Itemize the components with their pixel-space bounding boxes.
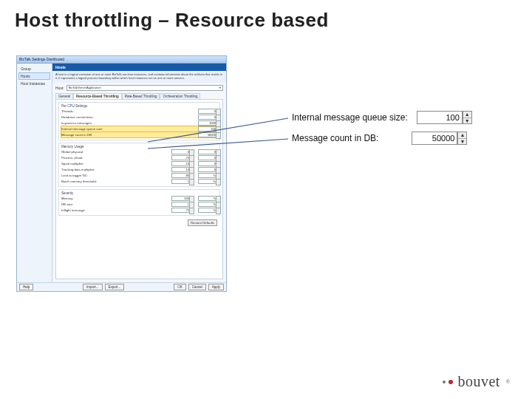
callout-imq-label: Internal message queue size: xyxy=(292,112,408,123)
import-button[interactable]: Import... xyxy=(83,284,103,290)
sev-mem-label: Memory: xyxy=(61,197,171,200)
mem-process-field[interactable]: 25 xyxy=(171,155,191,160)
callout-imq: Internal message queue size: 100 ▲▼ xyxy=(292,111,463,124)
help-button[interactable]: Help xyxy=(19,284,33,290)
throttling-panel: Per CPU Settings Threads:0 Database conn… xyxy=(55,99,223,279)
mem-process-pct[interactable]: 0 xyxy=(198,155,217,160)
sev-mem-field[interactable]: 500 xyxy=(171,196,191,201)
dialog-titlebar: BizTalk Settings Dashboard xyxy=(17,56,226,64)
dbconn-label: Database connections: xyxy=(61,115,198,119)
tab-resource-based[interactable]: Resource-Based Throttling xyxy=(73,93,122,99)
mem-track-pct[interactable]: 0 xyxy=(198,167,217,172)
dbconn-field[interactable]: 0 xyxy=(198,115,217,120)
inproc-label: In-process messages: xyxy=(61,121,198,125)
dialog-nav: Group Hosts Host Instances xyxy=(17,64,52,282)
tab-rate-based[interactable]: Rate-Based Throttling xyxy=(122,93,160,99)
group-severity-title: Severity xyxy=(61,191,217,195)
callout-imq-field[interactable]: 100 ▲▼ xyxy=(417,111,463,124)
group-per-cpu: Per CPU Settings Threads:0 Database conn… xyxy=(58,102,220,140)
restore-defaults-button[interactable]: Restore Defaults xyxy=(188,219,217,226)
sev-db-pct: % xyxy=(198,202,217,207)
mem-gc-field[interactable]: 80 xyxy=(171,173,191,178)
threads-label: Threads: xyxy=(61,109,198,113)
group-memory-title: Memory Usage xyxy=(61,145,217,149)
mem-track-field[interactable]: 10 xyxy=(171,167,191,172)
mem-spool-label: Spool multiplier: xyxy=(61,162,171,166)
section-description: A host is a logical container of one or … xyxy=(52,71,226,83)
mcdb-label: Message count in DB: xyxy=(61,133,198,137)
host-label: Host: xyxy=(55,86,64,90)
mem-spool-pct[interactable]: 0 xyxy=(198,161,217,166)
sev-mem-pct: % xyxy=(198,196,217,201)
sev-inflight-label: Inflight message: xyxy=(61,208,171,212)
group-per-cpu-title: Per CPU Settings xyxy=(61,104,217,108)
mem-gc-label: Limit to trigger GC: xyxy=(61,174,171,177)
nav-group[interactable]: Group xyxy=(18,65,50,72)
tab-general[interactable]: General xyxy=(55,93,73,99)
bouvet-logo: bouvet ® xyxy=(449,373,510,390)
logo-text: bouvet xyxy=(457,373,499,390)
tab-orchestration[interactable]: Orchestration Throttling xyxy=(160,93,200,99)
sev-db-field[interactable]: 1 xyxy=(171,202,191,207)
spinner-arrows-icon[interactable]: ▲▼ xyxy=(457,132,467,145)
imq-field[interactable]: 100 xyxy=(198,126,217,132)
callout-mcdb-label: Message count in DB: xyxy=(292,133,378,143)
spinner-arrows-icon[interactable]: ▲▼ xyxy=(463,111,472,124)
host-combobox-value: BizTalkServerApplication xyxy=(69,86,101,89)
imq-label: Internal message queue size: xyxy=(61,127,198,131)
callout-mcdb-field[interactable]: 50000 ▲▼ xyxy=(412,132,457,145)
logo-dot-icon xyxy=(449,380,453,384)
trademark-icon: ® xyxy=(506,379,510,384)
mcdb-row: Message count in DB:50000 xyxy=(61,132,217,137)
apply-button[interactable]: Apply xyxy=(208,284,224,290)
page-title: Host throttling – Resource based xyxy=(15,9,329,32)
mem-gc-pct: % xyxy=(198,173,217,178)
group-severity: Severity Memory:500% DB size:1% Inflight… xyxy=(58,189,220,216)
mem-global-label: Global physical: xyxy=(61,150,171,154)
nav-hosts[interactable]: Hosts xyxy=(18,72,50,80)
callout-mcdb-value: 50000 xyxy=(432,134,455,143)
group-memory: Memory Usage Global physical:00 Process … xyxy=(58,143,220,187)
callout-imq-value: 100 xyxy=(446,113,459,122)
mem-batch-pct: % xyxy=(198,179,217,184)
mem-global-pct[interactable]: 0 xyxy=(198,149,217,154)
dialog-bottom-bar: Help Import... Export... OK Cancel Apply xyxy=(17,282,226,291)
mem-spool-field[interactable]: 10 xyxy=(171,161,191,166)
threads-field[interactable]: 0 xyxy=(198,109,217,114)
host-combobox[interactable]: BizTalkServerApplication ▾ xyxy=(66,85,223,91)
ok-button[interactable]: OK xyxy=(174,284,186,290)
mem-batch-field[interactable]: 1 xyxy=(171,179,191,184)
mem-batch-label: Batch memory threshold: xyxy=(61,180,171,183)
sev-inflight-pct: % xyxy=(198,208,217,213)
inproc-field[interactable]: 1000 xyxy=(198,120,217,126)
imq-row: Internal message queue size:100 xyxy=(61,126,217,132)
settings-dialog: BizTalk Settings Dashboard Group Hosts H… xyxy=(16,55,227,292)
mcdb-field[interactable]: 50000 xyxy=(198,132,217,137)
sev-inflight-field[interactable]: 75 xyxy=(171,208,191,213)
mem-global-field[interactable]: 0 xyxy=(171,149,191,154)
chevron-down-icon: ▾ xyxy=(219,86,221,89)
cancel-button[interactable]: Cancel xyxy=(188,284,206,290)
callout-mcdb: Message count in DB: 50000 ▲▼ xyxy=(292,132,457,145)
mem-process-label: Process virtual: xyxy=(61,156,171,160)
export-button[interactable]: Export... xyxy=(105,284,125,290)
mem-track-label: Tracking data multiplier: xyxy=(61,168,171,171)
sev-db-label: DB size: xyxy=(61,202,171,206)
nav-host-instances[interactable]: Host Instances xyxy=(18,80,50,87)
section-banner: Hosts xyxy=(52,64,226,71)
